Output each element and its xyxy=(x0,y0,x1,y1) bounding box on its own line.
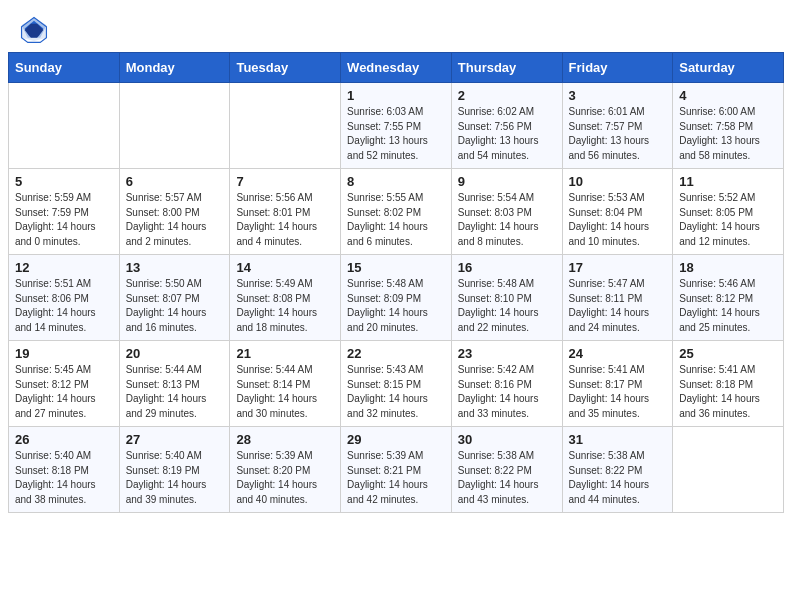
day-number: 2 xyxy=(458,88,556,103)
calendar-cell: 23Sunrise: 5:42 AM Sunset: 8:16 PM Dayli… xyxy=(451,341,562,427)
logo-icon xyxy=(20,16,48,44)
calendar-cell: 22Sunrise: 5:43 AM Sunset: 8:15 PM Dayli… xyxy=(341,341,452,427)
day-info: Sunrise: 5:48 AM Sunset: 8:10 PM Dayligh… xyxy=(458,277,556,335)
day-info: Sunrise: 5:39 AM Sunset: 8:20 PM Dayligh… xyxy=(236,449,334,507)
calendar-cell xyxy=(673,427,784,513)
calendar-week-row: 12Sunrise: 5:51 AM Sunset: 8:06 PM Dayli… xyxy=(9,255,784,341)
day-of-week-wednesday: Wednesday xyxy=(341,53,452,83)
day-info: Sunrise: 5:59 AM Sunset: 7:59 PM Dayligh… xyxy=(15,191,113,249)
day-info: Sunrise: 5:49 AM Sunset: 8:08 PM Dayligh… xyxy=(236,277,334,335)
calendar-cell xyxy=(230,83,341,169)
day-number: 7 xyxy=(236,174,334,189)
calendar-cell xyxy=(9,83,120,169)
day-info: Sunrise: 6:01 AM Sunset: 7:57 PM Dayligh… xyxy=(569,105,667,163)
calendar-header: SundayMondayTuesdayWednesdayThursdayFrid… xyxy=(9,53,784,83)
day-number: 4 xyxy=(679,88,777,103)
calendar-cell: 21Sunrise: 5:44 AM Sunset: 8:14 PM Dayli… xyxy=(230,341,341,427)
day-info: Sunrise: 5:50 AM Sunset: 8:07 PM Dayligh… xyxy=(126,277,224,335)
day-of-week-saturday: Saturday xyxy=(673,53,784,83)
day-number: 11 xyxy=(679,174,777,189)
calendar-cell: 9Sunrise: 5:54 AM Sunset: 8:03 PM Daylig… xyxy=(451,169,562,255)
day-number: 31 xyxy=(569,432,667,447)
day-info: Sunrise: 5:51 AM Sunset: 8:06 PM Dayligh… xyxy=(15,277,113,335)
calendar-cell: 11Sunrise: 5:52 AM Sunset: 8:05 PM Dayli… xyxy=(673,169,784,255)
calendar-cell: 17Sunrise: 5:47 AM Sunset: 8:11 PM Dayli… xyxy=(562,255,673,341)
day-number: 23 xyxy=(458,346,556,361)
day-info: Sunrise: 5:38 AM Sunset: 8:22 PM Dayligh… xyxy=(569,449,667,507)
day-number: 3 xyxy=(569,88,667,103)
calendar-cell: 3Sunrise: 6:01 AM Sunset: 7:57 PM Daylig… xyxy=(562,83,673,169)
calendar-body: 1Sunrise: 6:03 AM Sunset: 7:55 PM Daylig… xyxy=(9,83,784,513)
calendar-cell: 1Sunrise: 6:03 AM Sunset: 7:55 PM Daylig… xyxy=(341,83,452,169)
calendar-cell: 13Sunrise: 5:50 AM Sunset: 8:07 PM Dayli… xyxy=(119,255,230,341)
day-info: Sunrise: 5:45 AM Sunset: 8:12 PM Dayligh… xyxy=(15,363,113,421)
calendar-cell: 7Sunrise: 5:56 AM Sunset: 8:01 PM Daylig… xyxy=(230,169,341,255)
day-number: 29 xyxy=(347,432,445,447)
calendar-week-row: 26Sunrise: 5:40 AM Sunset: 8:18 PM Dayli… xyxy=(9,427,784,513)
page-header xyxy=(0,0,792,52)
day-number: 27 xyxy=(126,432,224,447)
day-number: 14 xyxy=(236,260,334,275)
day-info: Sunrise: 5:40 AM Sunset: 8:19 PM Dayligh… xyxy=(126,449,224,507)
calendar-cell: 6Sunrise: 5:57 AM Sunset: 8:00 PM Daylig… xyxy=(119,169,230,255)
day-number: 26 xyxy=(15,432,113,447)
calendar-cell: 18Sunrise: 5:46 AM Sunset: 8:12 PM Dayli… xyxy=(673,255,784,341)
day-number: 8 xyxy=(347,174,445,189)
day-info: Sunrise: 6:03 AM Sunset: 7:55 PM Dayligh… xyxy=(347,105,445,163)
calendar-cell: 8Sunrise: 5:55 AM Sunset: 8:02 PM Daylig… xyxy=(341,169,452,255)
calendar-cell: 12Sunrise: 5:51 AM Sunset: 8:06 PM Dayli… xyxy=(9,255,120,341)
day-info: Sunrise: 5:40 AM Sunset: 8:18 PM Dayligh… xyxy=(15,449,113,507)
day-info: Sunrise: 5:41 AM Sunset: 8:17 PM Dayligh… xyxy=(569,363,667,421)
day-number: 15 xyxy=(347,260,445,275)
day-of-week-thursday: Thursday xyxy=(451,53,562,83)
calendar-cell: 19Sunrise: 5:45 AM Sunset: 8:12 PM Dayli… xyxy=(9,341,120,427)
day-number: 28 xyxy=(236,432,334,447)
calendar-week-row: 1Sunrise: 6:03 AM Sunset: 7:55 PM Daylig… xyxy=(9,83,784,169)
calendar-week-row: 5Sunrise: 5:59 AM Sunset: 7:59 PM Daylig… xyxy=(9,169,784,255)
day-info: Sunrise: 5:56 AM Sunset: 8:01 PM Dayligh… xyxy=(236,191,334,249)
day-info: Sunrise: 5:44 AM Sunset: 8:14 PM Dayligh… xyxy=(236,363,334,421)
day-number: 22 xyxy=(347,346,445,361)
day-number: 17 xyxy=(569,260,667,275)
day-info: Sunrise: 5:54 AM Sunset: 8:03 PM Dayligh… xyxy=(458,191,556,249)
calendar-cell xyxy=(119,83,230,169)
day-number: 20 xyxy=(126,346,224,361)
day-info: Sunrise: 5:44 AM Sunset: 8:13 PM Dayligh… xyxy=(126,363,224,421)
day-info: Sunrise: 5:39 AM Sunset: 8:21 PM Dayligh… xyxy=(347,449,445,507)
day-info: Sunrise: 5:53 AM Sunset: 8:04 PM Dayligh… xyxy=(569,191,667,249)
day-number: 30 xyxy=(458,432,556,447)
day-of-week-monday: Monday xyxy=(119,53,230,83)
day-number: 5 xyxy=(15,174,113,189)
calendar-table: SundayMondayTuesdayWednesdayThursdayFrid… xyxy=(8,52,784,513)
day-number: 10 xyxy=(569,174,667,189)
days-of-week-row: SundayMondayTuesdayWednesdayThursdayFrid… xyxy=(9,53,784,83)
calendar-cell: 27Sunrise: 5:40 AM Sunset: 8:19 PM Dayli… xyxy=(119,427,230,513)
day-info: Sunrise: 5:55 AM Sunset: 8:02 PM Dayligh… xyxy=(347,191,445,249)
calendar-cell: 26Sunrise: 5:40 AM Sunset: 8:18 PM Dayli… xyxy=(9,427,120,513)
day-info: Sunrise: 5:38 AM Sunset: 8:22 PM Dayligh… xyxy=(458,449,556,507)
day-info: Sunrise: 5:42 AM Sunset: 8:16 PM Dayligh… xyxy=(458,363,556,421)
day-info: Sunrise: 5:48 AM Sunset: 8:09 PM Dayligh… xyxy=(347,277,445,335)
day-info: Sunrise: 5:46 AM Sunset: 8:12 PM Dayligh… xyxy=(679,277,777,335)
calendar-cell: 28Sunrise: 5:39 AM Sunset: 8:20 PM Dayli… xyxy=(230,427,341,513)
day-number: 18 xyxy=(679,260,777,275)
day-number: 19 xyxy=(15,346,113,361)
day-number: 12 xyxy=(15,260,113,275)
calendar-cell: 2Sunrise: 6:02 AM Sunset: 7:56 PM Daylig… xyxy=(451,83,562,169)
day-number: 1 xyxy=(347,88,445,103)
day-info: Sunrise: 5:52 AM Sunset: 8:05 PM Dayligh… xyxy=(679,191,777,249)
calendar-cell: 31Sunrise: 5:38 AM Sunset: 8:22 PM Dayli… xyxy=(562,427,673,513)
day-number: 13 xyxy=(126,260,224,275)
day-info: Sunrise: 5:43 AM Sunset: 8:15 PM Dayligh… xyxy=(347,363,445,421)
calendar-cell: 20Sunrise: 5:44 AM Sunset: 8:13 PM Dayli… xyxy=(119,341,230,427)
calendar-cell: 24Sunrise: 5:41 AM Sunset: 8:17 PM Dayli… xyxy=(562,341,673,427)
calendar-cell: 10Sunrise: 5:53 AM Sunset: 8:04 PM Dayli… xyxy=(562,169,673,255)
logo xyxy=(20,16,52,44)
calendar-cell: 25Sunrise: 5:41 AM Sunset: 8:18 PM Dayli… xyxy=(673,341,784,427)
day-number: 21 xyxy=(236,346,334,361)
day-number: 16 xyxy=(458,260,556,275)
day-number: 24 xyxy=(569,346,667,361)
calendar-cell: 15Sunrise: 5:48 AM Sunset: 8:09 PM Dayli… xyxy=(341,255,452,341)
day-info: Sunrise: 5:57 AM Sunset: 8:00 PM Dayligh… xyxy=(126,191,224,249)
calendar-cell: 5Sunrise: 5:59 AM Sunset: 7:59 PM Daylig… xyxy=(9,169,120,255)
